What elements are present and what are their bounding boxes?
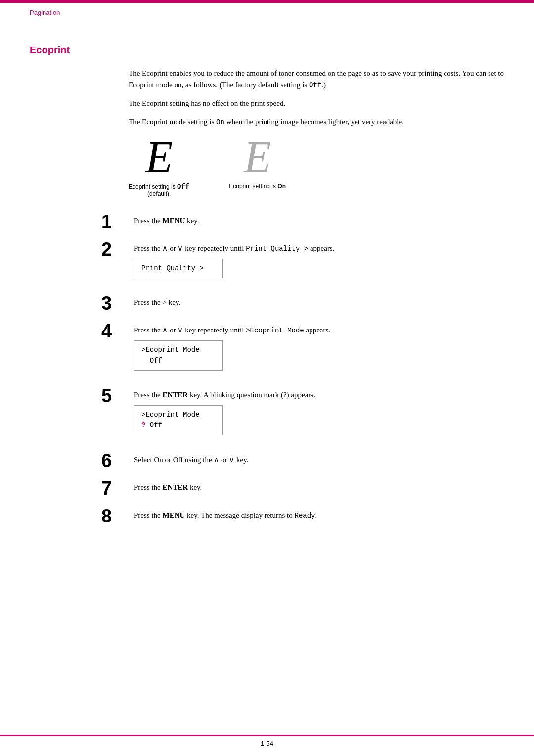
- step-4: 4 Press the ∧ or ∨ key repeatedly until …: [101, 322, 494, 378]
- code-box-4: >Ecoprint Mode Off: [134, 340, 223, 371]
- top-bar: [0, 0, 534, 3]
- illus-off: E Ecoprint setting is Off(default).: [129, 135, 189, 197]
- step-content-8: Press the MENU key. The message display …: [134, 507, 494, 521]
- step-number-1: 1: [101, 212, 129, 231]
- step-7: 7 Press the ENTER key.: [101, 479, 494, 498]
- section-title: Ecoprint: [30, 45, 504, 56]
- step-content-7: Press the ENTER key.: [134, 479, 494, 493]
- code-box-5: >Ecoprint Mode? Off: [134, 405, 223, 435]
- step-number-5: 5: [101, 386, 129, 405]
- step-number-7: 7: [101, 479, 129, 498]
- step-content-2: Press the ∧ or ∨ key repeatedly until Pr…: [134, 240, 494, 285]
- step-3: 3 Press the > key.: [101, 294, 494, 313]
- bottom-bar: [0, 735, 534, 736]
- letter-e-off: E: [145, 135, 173, 180]
- letter-e-on: E: [244, 135, 271, 180]
- step-content-1: Press the MENU key.: [134, 212, 494, 227]
- step-number-6: 6: [101, 451, 129, 470]
- step-5: 5 Press the ENTER key. A blinking questi…: [101, 386, 494, 442]
- step-6: 6 Select On or Off using the ∧ or ∨ key.: [101, 451, 494, 470]
- paragraph-2: The Ecoprint setting has no effect on th…: [129, 98, 504, 109]
- paragraph-1: The Ecoprint enables you to reduce the a…: [129, 68, 504, 91]
- illustrations: E Ecoprint setting is Off(default). E Ec…: [129, 135, 504, 197]
- paragraph-3: The Ecoprint mode setting is On when the…: [129, 116, 504, 128]
- steps-area: 1 Press the MENU key. 2 Press the ∧ or ∨…: [101, 212, 494, 525]
- step-8: 8 Press the MENU key. The message displa…: [101, 507, 494, 525]
- step-content-6: Select On or Off using the ∧ or ∨ key.: [134, 451, 494, 466]
- pagination-label: Pagination: [30, 9, 60, 16]
- content-area: Ecoprint The Ecoprint enables you to red…: [30, 30, 504, 726]
- caption-on: Ecoprint setting is On: [229, 183, 286, 189]
- step-number-3: 3: [101, 294, 129, 313]
- illus-on: E Ecoprint setting is On: [229, 135, 286, 189]
- step-content-4: Press the ∧ or ∨ key repeatedly until >E…: [134, 322, 494, 378]
- code-box-2: Print Quality >: [134, 259, 223, 279]
- step-number-4: 4: [101, 322, 129, 340]
- step-number-8: 8: [101, 507, 129, 525]
- caption-off: Ecoprint setting is Off(default).: [129, 183, 189, 197]
- step-1: 1 Press the MENU key.: [101, 212, 494, 231]
- step-content-5: Press the ENTER key. A blinking question…: [134, 386, 494, 442]
- step-number-2: 2: [101, 240, 129, 259]
- step-content-3: Press the > key.: [134, 294, 494, 308]
- step-2: 2 Press the ∧ or ∨ key repeatedly until …: [101, 240, 494, 285]
- page-number: 1-54: [261, 740, 273, 747]
